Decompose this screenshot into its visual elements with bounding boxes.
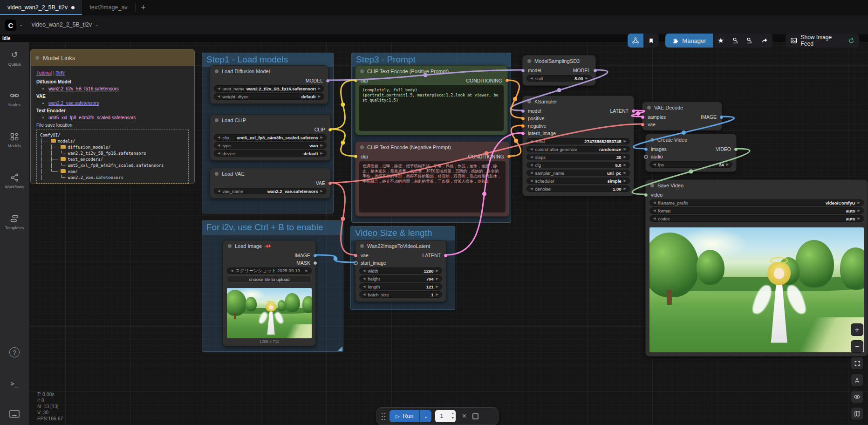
node-wan22-image-to-video-latent[interactable]: Wan22ImageToVideoLatentvaeLATENTstart_im… [355, 240, 446, 302]
widget-length[interactable]: ◀length121▶ [359, 283, 442, 290]
widget-weight-dtype[interactable]: ◀weight_dtypedefault▶ [214, 93, 324, 100]
input-slot[interactable]: negative [528, 123, 547, 129]
widget-right-arrow-icon[interactable]: ▶ [624, 171, 626, 175]
output-slot-dot[interactable] [631, 109, 636, 113]
node-title[interactable]: Load CLIP [210, 115, 330, 126]
group-resize-handle[interactable] [338, 346, 342, 351]
sidebar-item-queue[interactable]: ↺ Queue [0, 42, 29, 83]
input-slot-dot[interactable] [354, 261, 358, 265]
input-slot-dot[interactable] [644, 193, 648, 197]
input-slot[interactable]: model [528, 68, 541, 73]
widget-right-arrow-icon[interactable]: ▶ [436, 293, 438, 296]
output-slot[interactable]: VIDEO [716, 146, 731, 152]
input-slot[interactable]: vae [361, 253, 369, 258]
input-slot-dot[interactable] [641, 115, 645, 119]
node-title[interactable]: Load VAE [210, 168, 330, 179]
widget-denoise[interactable]: ◀denoise1.00▶ [526, 185, 630, 192]
widget-left-arrow-icon[interactable]: ◀ [218, 189, 220, 193]
collapse-dot[interactable] [650, 184, 654, 187]
node-title[interactable]: Wan22ImageToVideoLatent [355, 240, 446, 252]
input-slot-dot[interactable] [521, 131, 525, 136]
widget-left-arrow-icon[interactable]: ◀ [530, 187, 533, 191]
stop-icon[interactable] [472, 413, 478, 419]
widget-right-arrow-icon[interactable]: ▶ [321, 144, 323, 147]
output-slot-dot[interactable] [719, 115, 724, 119]
node-model-sampling-sd3[interactable]: ModelSamplingSD3modelMODEL◀shift8.00▶ [522, 55, 596, 86]
widget-left-arrow-icon[interactable]: ◀ [530, 179, 533, 183]
output-slot[interactable]: CLIP [314, 127, 325, 132]
model-link[interactable]: wan2.2_vae.safetensors [48, 101, 99, 106]
bookmark-button[interactable] [643, 34, 659, 48]
output-slot[interactable]: CONDITIONING [466, 78, 502, 83]
input-slot-dot[interactable] [644, 155, 648, 159]
widget-filename-prefix[interactable]: ◀filename_prefixvideo/ComfyU▶ [649, 199, 864, 206]
widget-right-arrow-icon[interactable]: ▶ [321, 189, 323, 193]
widget-cfg[interactable]: ◀cfg5.0▶ [526, 162, 630, 168]
tab-video-wan[interactable]: video_wan2_2_5B_ti2v [0, 0, 82, 15]
input-slot[interactable]: latent_image [528, 130, 556, 136]
widget-codec[interactable]: ◀codecauto▶ [649, 215, 864, 222]
node-load-vae[interactable]: Load VAEVAE◀vae_namewan2.2_vae.safetenso… [210, 168, 331, 199]
node-title[interactable]: KSampler [523, 96, 634, 107]
widget-right-arrow-icon[interactable]: ▶ [624, 139, 626, 143]
widget-right-arrow-icon[interactable]: ▶ [321, 151, 323, 155]
widget-sampler-name[interactable]: ◀sampler_nameuni_pc▶ [526, 170, 630, 176]
collapse-dot[interactable] [527, 59, 531, 63]
widget-left-arrow-icon[interactable]: ◀ [653, 201, 656, 205]
widget-right-arrow-icon[interactable]: ▶ [321, 136, 323, 139]
widget-left-arrow-icon[interactable]: ◀ [218, 87, 220, 90]
input-slot[interactable]: clip [361, 78, 368, 83]
widget-left-arrow-icon[interactable]: ◀ [218, 95, 220, 98]
node-vae-decode[interactable]: VAE DecodesamplesIMAGEvae [642, 102, 722, 130]
note-title[interactable]: Model Links [31, 49, 194, 66]
collapse-dot[interactable] [215, 69, 219, 73]
sidebar-item-models[interactable]: Models [0, 124, 29, 165]
widget-right-arrow-icon[interactable]: ▶ [624, 155, 626, 159]
image-thumbnail[interactable] [227, 288, 312, 338]
collapse-dot[interactable] [228, 244, 232, 248]
widget-steps[interactable]: ◀steps20▶ [526, 154, 630, 160]
widget-left-arrow-icon[interactable]: ◀ [653, 217, 656, 220]
widget-width[interactable]: ◀width1280▶ [359, 267, 442, 274]
output-slot-dot[interactable] [313, 254, 317, 258]
widget-right-arrow-icon[interactable]: ▶ [624, 147, 626, 151]
input-slot[interactable]: video [651, 192, 663, 198]
node-load-image[interactable]: Load Image📌IMAGEMASK◀スクリーンショット 2025-09-1… [223, 240, 316, 346]
output-slot-dot[interactable] [444, 254, 448, 258]
widget-right-arrow-icon[interactable]: ▶ [858, 209, 860, 212]
prompt-textarea[interactable]: 色调艳丽，过曝，静态，细节模糊不清，字幕，风格，作品，画作，画面，静止，整体发灰… [359, 161, 506, 212]
output-slot-dot[interactable] [734, 147, 738, 151]
node-title[interactable]: Load Diffusion Model [210, 66, 328, 77]
node-load-clip[interactable]: Load CLIPCLIP◀clip_...umt5_xxl_fp8_e4m3f… [210, 114, 331, 161]
widget-left-arrow-icon[interactable]: ◀ [530, 171, 533, 175]
widget-left-arrow-icon[interactable]: ◀ [530, 147, 533, 151]
output-slot-dot[interactable] [328, 181, 332, 185]
sidebar-item-nodes[interactable]: Nodes [0, 83, 29, 124]
group-video-size-title[interactable]: Video Size & length [351, 226, 455, 240]
output-slot[interactable]: IMAGE [294, 253, 310, 258]
widget-height[interactable]: ◀height704▶ [359, 275, 442, 282]
node-title[interactable]: CLIP Text Encode (Positive Prompt) [355, 66, 507, 77]
input-slot[interactable]: samples [648, 114, 666, 120]
output-slot[interactable]: LATENT [610, 108, 629, 114]
upload-button[interactable]: choose file to upload [227, 275, 312, 283]
widget-right-arrow-icon[interactable]: ▶ [624, 187, 626, 191]
widget-left-arrow-icon[interactable]: ◀ [530, 163, 533, 167]
collapse-dot[interactable] [647, 106, 651, 110]
output-slot[interactable]: MASK [296, 260, 310, 266]
input-slot-dot[interactable] [521, 109, 525, 113]
input-slot-dot[interactable] [521, 124, 525, 128]
widget-right-arrow-icon[interactable]: ▶ [306, 269, 308, 273]
output-slot[interactable]: CONDITIONING [468, 154, 504, 159]
zoom-in-button[interactable]: + [851, 323, 863, 336]
widget-left-arrow-icon[interactable]: ◀ [218, 151, 220, 155]
node-clip-text-encode-negative[interactable]: CLIP Text Encode (Negative Prompt)clipCO… [355, 141, 510, 217]
widget-left-arrow-icon[interactable]: ◀ [363, 293, 365, 296]
widget-format[interactable]: ◀formatauto▶ [649, 207, 864, 214]
widget-control-after-generate[interactable]: ◀control after generaterandomize▶ [526, 146, 630, 152]
collapse-dot[interactable] [360, 69, 364, 73]
output-slot[interactable]: VAE [316, 180, 325, 186]
favorites-button[interactable]: ★ [713, 34, 729, 48]
output-slot[interactable]: MODEL [306, 78, 323, 83]
run-options-chevron-icon[interactable]: ⌄ [419, 410, 431, 422]
